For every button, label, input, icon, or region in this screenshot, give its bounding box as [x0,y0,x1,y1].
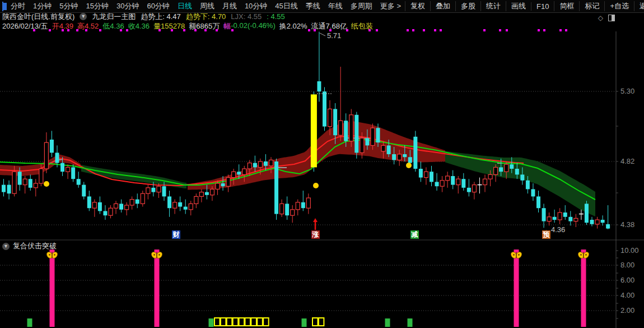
candle-up [157,186,161,192]
magenta-dot-marker [194,29,197,31]
candle-down [590,220,594,224]
signal-bar-green [209,318,214,327]
candle-up [280,204,284,214]
yellow-box-glyph [233,318,239,326]
candle-down [553,217,557,220]
signal-bar-green [27,318,32,327]
gold-dot-marker [313,183,319,188]
candle-down [510,164,514,169]
candle-up [456,179,460,184]
candle-up [34,183,38,188]
candle-up [547,217,551,221]
magenta-dot-marker [49,29,51,31]
candle-down [354,115,358,153]
candle-up [488,174,492,179]
candle-down [2,185,6,192]
candle-down [344,121,348,141]
candle-up [66,167,70,172]
candle-up [248,163,251,169]
candle-up [109,208,113,215]
butterfly-icon [45,251,58,260]
candle-up [381,145,385,151]
candle-up [92,202,96,208]
candle-up [446,176,450,181]
candle-down [253,163,257,168]
sub-panel-header: ▼ 复合伏击突破 [2,241,57,251]
sub-axis-label: 2.00 [620,306,634,315]
candle-down [162,186,166,196]
yellow-box-glyph [251,318,256,326]
magenta-dot-marker [231,29,234,31]
candle-up [595,220,599,224]
candle-down [301,202,305,208]
candle-up [194,196,198,204]
candle-down [467,188,471,192]
candle-up [125,205,129,210]
candle-up [360,138,364,153]
signal-bar-pink [155,250,160,327]
candle-down [526,181,530,190]
candle-down [71,167,75,179]
magenta-dot-marker [423,29,425,31]
main-chart-canvas[interactable] [0,0,644,328]
magenta-dot-marker [99,29,101,31]
sub-axis-label: 6.00 [620,276,634,284]
candle-up [472,185,476,192]
candle-down [237,172,241,174]
candle-up [424,172,428,177]
candle-up [130,200,134,205]
candle-down [317,81,321,91]
candle-down [323,91,326,126]
candle-down [274,161,278,214]
candle-down [435,182,439,186]
magenta-dot-marker [346,29,348,31]
candle-down [403,154,407,157]
trend-band-green [445,151,595,216]
candle-down [82,185,86,197]
candle-down [520,174,524,180]
yellow-box-glyph [227,318,232,326]
candle-up [23,179,27,184]
candle-down [136,200,139,204]
candle-up [114,204,118,208]
magenta-dot-marker [183,29,185,31]
candle-up [349,115,353,141]
magenta-dot-marker [204,29,207,31]
candle-up [242,169,246,174]
candle-up [371,128,375,145]
candle-up [189,204,193,209]
candle-down [18,172,22,184]
candle-down [387,145,391,154]
peak-pointer-line [320,33,325,36]
candle-down [461,179,465,188]
candle-signal-yellow [311,94,317,167]
yellow-box-glyph [257,318,263,326]
candle-up [558,212,562,220]
magenta-dot-marker [308,29,310,31]
candle-down [60,163,64,172]
yellow-box-glyph [319,318,324,326]
candle-down [408,157,412,163]
candle-down [55,153,59,163]
magenta-dot-marker [434,29,436,31]
magenta-dot-marker [440,29,442,31]
candle-down [499,167,503,172]
gold-dot-marker [44,181,49,187]
butterfly-icon [510,251,522,260]
sub-axis-label: 10.00 [620,246,639,255]
candle-down [568,217,572,221]
magenta-dot-marker [76,29,78,31]
sub-axis-label: 4.00 [620,291,634,299]
candle-down [515,169,519,174]
signal-bar-green [408,318,413,327]
butterfly-icon [577,251,590,260]
magenta-dot-marker [559,29,562,31]
yellow-box-glyph [221,318,226,326]
candle-up [12,172,16,193]
candle-down [333,109,337,135]
magenta-dot-marker [506,29,508,31]
yellow-box-glyph [263,318,269,326]
sub-indicator-name[interactable]: 复合伏击突破 [13,241,57,251]
chevron-down-icon[interactable]: ▼ [2,243,10,250]
candle-down [103,211,107,215]
